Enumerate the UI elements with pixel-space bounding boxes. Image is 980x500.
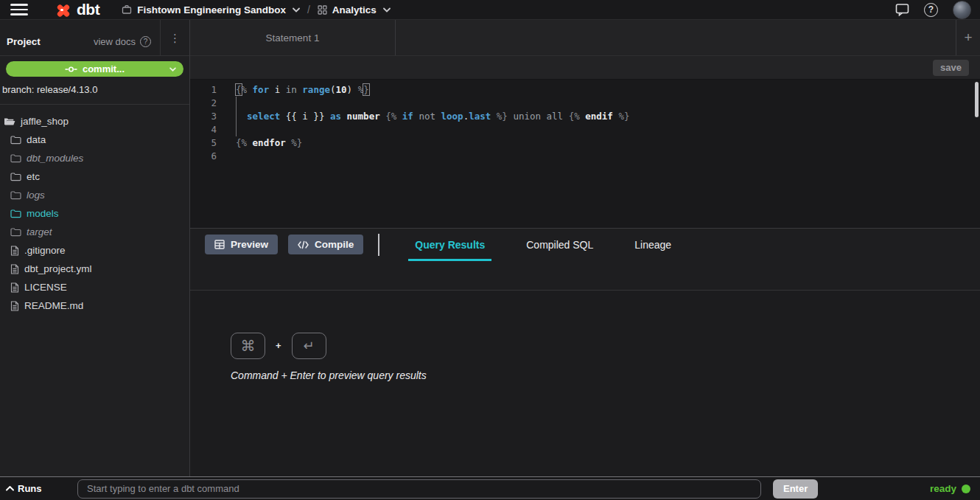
tree-item-label: data — [27, 134, 46, 145]
tree-item-label: logs — [27, 190, 45, 201]
commit-button[interactable]: commit... — [6, 61, 183, 77]
dbt-cloud-ide: dbt Fishtown Engineering Sandbox / Analy… — [0, 0, 980, 500]
tree-item-label: README.md — [24, 300, 83, 311]
file-icon — [10, 264, 19, 274]
status-label: ready — [930, 483, 956, 494]
folder-open-icon — [4, 117, 15, 126]
top-navigation-bar: dbt Fishtown Engineering Sandbox / Analy… — [0, 0, 980, 20]
dbt-logo-icon — [55, 1, 72, 18]
results-content: ⌘ + ↵ Command + Enter to preview query r… — [190, 291, 980, 477]
tab-lineage[interactable]: Lineage — [628, 229, 678, 261]
dbt-command-input[interactable] — [77, 479, 761, 499]
tree-item-label: .gitignore — [24, 245, 66, 256]
status-dot-icon — [962, 485, 970, 493]
save-button[interactable]: save — [933, 60, 969, 76]
folder-icon — [10, 172, 21, 181]
results-toolbar: Preview Compile Query ResultsCompiled SQ… — [190, 228, 980, 261]
compile-button[interactable]: Compile — [288, 235, 363, 254]
tree-item-label: models — [27, 208, 59, 219]
user-avatar[interactable] — [953, 1, 971, 19]
line-number: 3 — [190, 110, 224, 123]
tree-item-logs[interactable]: logs — [0, 186, 189, 204]
tree-item-label: jaffle_shop — [21, 116, 69, 127]
preview-button-label: Preview — [231, 239, 268, 250]
code-editor[interactable]: 1{% for i in range(10) %}23 select {{ i … — [190, 80, 980, 228]
branch-label: branch: release/4.13.0 — [0, 77, 189, 95]
code-icon — [298, 240, 309, 249]
folder-icon — [10, 227, 21, 237]
tree-item-dbt-project-yml[interactable]: dbt_project.yml — [0, 260, 189, 278]
sidebar-header: Project view docs ? ⋮ — [0, 20, 189, 56]
grid-icon — [318, 5, 327, 15]
line-number: 6 — [190, 150, 224, 163]
tab-compiled-sql[interactable]: Compiled SQL — [519, 229, 600, 261]
sidebar-title: Project — [7, 36, 41, 47]
command-bar: Runs Enter ready — [0, 476, 980, 500]
view-docs-link[interactable]: view docs ? — [94, 36, 160, 47]
dbt-logo[interactable]: dbt — [55, 1, 99, 18]
editor-tab-bar: Statement 1 + — [190, 20, 980, 56]
enter-key-icon: ↵ — [292, 333, 326, 359]
tree-item-label: LICENSE — [24, 282, 67, 293]
tree-item-data[interactable]: data — [0, 131, 189, 149]
line-number: 2 — [190, 97, 224, 110]
tree-item-label: target — [27, 226, 52, 237]
tab-statement-1[interactable]: Statement 1 — [190, 20, 396, 55]
tree-item-jaffle-shop[interactable]: jaffle_shop — [0, 112, 189, 131]
chevron-down-icon — [383, 7, 391, 13]
help-icon[interactable]: ? — [924, 3, 938, 17]
runs-label: Runs — [18, 483, 42, 494]
code-text: {% endfor %} — [236, 136, 302, 150]
toolbar-divider — [378, 234, 379, 256]
folder-icon — [10, 209, 21, 218]
runs-toggle[interactable]: Runs — [6, 483, 77, 494]
tree-item-readme-md[interactable]: README.md — [0, 296, 189, 315]
tab-query-results[interactable]: Query Results — [408, 229, 491, 261]
tree-item-dbt-modules[interactable]: dbt_modules — [0, 149, 189, 167]
tree-item-label: dbt_modules — [27, 153, 83, 164]
code-text: select {{ i }} as number {% if not loop.… — [236, 110, 629, 123]
code-text: {% for i in range(10) %} — [236, 83, 369, 97]
tree-item-models[interactable]: models — [0, 204, 189, 223]
code-line-6: 6 — [190, 150, 980, 163]
tree-item--gitignore[interactable]: .gitignore — [0, 241, 189, 260]
line-number: 4 — [190, 123, 224, 136]
tree-item-label: etc — [27, 171, 40, 182]
preview-button[interactable]: Preview — [205, 235, 278, 254]
project-selector[interactable]: Analytics — [318, 4, 391, 15]
folder-icon — [10, 135, 21, 145]
tree-item-etc[interactable]: etc — [0, 167, 189, 186]
chevron-up-icon — [6, 486, 14, 491]
chevron-down-icon — [293, 7, 300, 13]
file-icon — [10, 282, 19, 293]
tree-item-license[interactable]: LICENSE — [0, 278, 189, 296]
git-commit-icon — [65, 66, 77, 73]
folder-icon — [10, 153, 21, 163]
line-number: 5 — [190, 136, 224, 150]
account-name: Fishtown Engineering Sandbox — [137, 4, 286, 15]
editor-toolbar: save — [190, 56, 980, 80]
plus-separator: + — [276, 340, 281, 351]
editor-pane: Statement 1 + save 1{% for i in range(10… — [190, 20, 980, 476]
indent-guide — [236, 97, 237, 136]
tree-item-target[interactable]: target — [0, 223, 189, 241]
sidebar-menu-kebab-icon[interactable]: ⋮ — [160, 20, 189, 56]
view-docs-label: view docs — [94, 36, 136, 47]
line-number: 1 — [190, 83, 224, 97]
enter-button[interactable]: Enter — [773, 479, 818, 499]
chat-icon[interactable] — [895, 3, 909, 16]
new-tab-button[interactable]: + — [956, 20, 980, 55]
results-strip — [190, 261, 980, 291]
code-line-4: 4 — [190, 123, 980, 136]
hamburger-menu-icon[interactable] — [10, 4, 28, 15]
briefcase-icon — [122, 4, 132, 15]
tree-item-label: dbt_project.yml — [24, 263, 92, 274]
project-sidebar: Project view docs ? ⋮ commit... — [0, 20, 190, 476]
sidebar-divider — [0, 104, 189, 105]
dbt-logo-text: dbt — [77, 1, 99, 18]
code-line-1: 1{% for i in range(10) %} — [190, 83, 980, 97]
chevron-down-icon — [169, 67, 176, 72]
command-key-icon: ⌘ — [231, 333, 265, 359]
editor-scrollbar[interactable] — [975, 82, 979, 117]
account-selector[interactable]: Fishtown Engineering Sandbox — [122, 4, 300, 15]
